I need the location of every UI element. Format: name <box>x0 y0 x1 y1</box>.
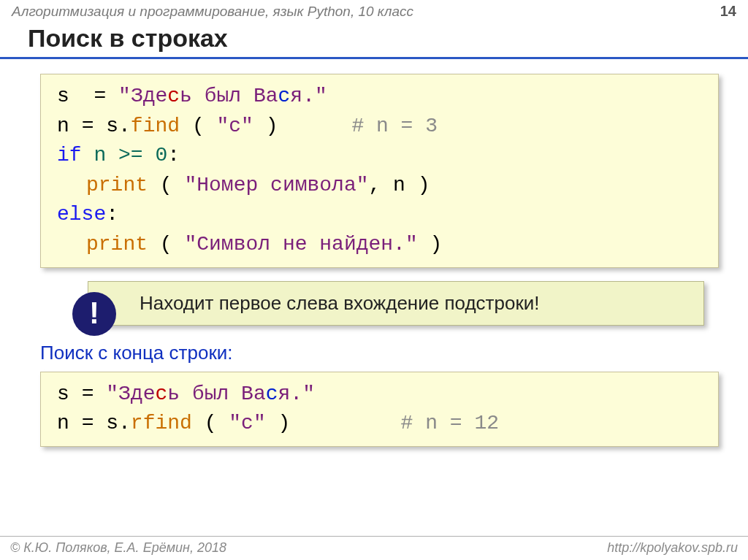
code-line: n = s.find ( "с" ) # n = 3 <box>57 112 705 142</box>
code-line: else: <box>57 200 705 230</box>
header-bar: Алгоритмизация и программирование, язык … <box>0 0 748 21</box>
subheading: Поиск с конца строки: <box>0 342 748 364</box>
code-block-find: s = "Здесь был Вася." n = s.find ( "с" )… <box>40 74 719 268</box>
code-line: print ( "Символ не найден." ) <box>57 230 705 260</box>
page-number: 14 <box>720 3 736 20</box>
copyright: © К.Ю. Поляков, Е.А. Ерёмин, 2018 <box>10 540 226 556</box>
code-line: if n >= 0: <box>57 141 705 171</box>
code-line: s = "Здесь был Вася." <box>57 82 705 112</box>
callout-note: ! Находит первое слева вхождение подстро… <box>88 281 704 326</box>
code-line: print ( "Номер символа", n ) <box>57 171 705 201</box>
callout-text: Находит первое слева вхождение подстроки… <box>140 292 540 314</box>
exclamation-icon: ! <box>72 292 116 336</box>
footer-link: http://kpolyakov.spb.ru <box>607 540 738 556</box>
footer: © К.Ю. Поляков, Е.А. Ерёмин, 2018 http:/… <box>0 536 748 560</box>
page-title: Поиск в строках <box>0 21 748 59</box>
code-line: n = s.rfind ( "с" ) # n = 12 <box>57 409 705 439</box>
code-block-rfind: s = "Здесь был Вася." n = s.rfind ( "с" … <box>40 372 719 447</box>
code-line: s = "Здесь был Вася." <box>57 380 705 410</box>
course-title: Алгоритмизация и программирование, язык … <box>12 4 413 20</box>
